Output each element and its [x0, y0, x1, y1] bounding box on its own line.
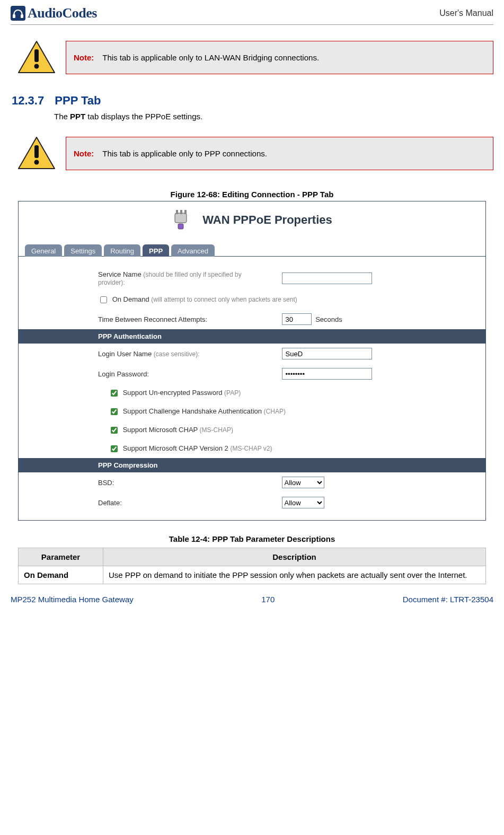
svg-rect-10: [178, 224, 183, 229]
table-caption: Table 12-4: PPP Tab Parameter Descriptio…: [11, 534, 493, 543]
login-user-label: Login User Name (case sensitive):: [19, 344, 276, 364]
param-name: On Demand: [19, 566, 103, 584]
svg-rect-9: [175, 213, 187, 223]
panel-title: WAN PPPoE Properties: [202, 213, 332, 227]
tab-advanced[interactable]: Advanced: [171, 244, 215, 257]
svg-rect-13: [184, 210, 187, 214]
section-heading: 12.3.7 PPP Tab: [12, 94, 493, 108]
table-header-param: Parameter: [19, 548, 103, 566]
note-block-1: Note: This tab is applicable only to LAN…: [17, 40, 493, 75]
svg-rect-2: [21, 14, 23, 18]
figure-caption: Figure 12-68: Editing Connection - PPP T…: [11, 190, 493, 199]
bsd-label: BSD:: [19, 472, 276, 493]
audiocodes-logo-icon: [11, 6, 25, 21]
svg-rect-4: [34, 49, 39, 62]
footer-left: MP252 Multimedia Home Gateway: [11, 595, 134, 604]
param-desc: Use PPP on demand to initiate the PPP se…: [103, 566, 486, 584]
chap-row: Support Challenge Handshake Authenticati…: [19, 402, 485, 421]
note-text: This tab is applicable only to PPP conne…: [102, 149, 267, 158]
tab-ppp[interactable]: PPP: [143, 244, 169, 257]
bsd-select[interactable]: Allow: [282, 477, 324, 488]
mschap-row: Support Microsoft CHAP (MS-CHAP): [19, 421, 485, 440]
footer-page-number: 170: [261, 595, 275, 604]
ethernet-plug-icon: [172, 208, 196, 232]
page-footer: MP252 Multimedia Home Gateway 170 Docume…: [0, 584, 504, 610]
svg-rect-7: [34, 145, 39, 158]
section-number: 12.3.7: [12, 94, 44, 107]
panel-title-row: WAN PPPoE Properties: [19, 201, 485, 244]
brand-logo: AudioCodes: [11, 5, 97, 21]
warning-icon: [17, 40, 56, 75]
footer-right: Document #: LTRT-23504: [403, 595, 493, 604]
on-demand-row: On Demand (will attempt to connect only …: [19, 291, 485, 309]
mschap2-checkbox[interactable]: [111, 445, 118, 452]
reconnect-unit: Seconds: [315, 315, 342, 323]
deflate-label: Deflate:: [19, 493, 276, 513]
login-user-input[interactable]: [282, 348, 372, 359]
tab-routing[interactable]: Routing: [104, 244, 140, 257]
svg-rect-12: [180, 210, 182, 214]
svg-rect-0: [11, 6, 25, 21]
ppp-auth-header: PPP Authentication: [19, 329, 485, 344]
on-demand-checkbox[interactable]: [100, 296, 107, 303]
chap-checkbox[interactable]: [111, 408, 118, 415]
note-block-2: Note: This tab is applicable only to PPP…: [17, 136, 493, 171]
svg-rect-11: [176, 210, 178, 214]
parameter-table: Parameter Description On Demand Use PPP …: [18, 548, 486, 584]
service-name-label: Service Name (should be filled only if s…: [19, 266, 276, 291]
note-text: This tab is applicable only to LAN-WAN B…: [102, 53, 319, 62]
svg-rect-1: [13, 14, 15, 18]
table-row: On Demand Use PPP on demand to initiate …: [19, 566, 486, 584]
pap-row: Support Un-encrypted Password (PAP): [19, 384, 485, 402]
login-pass-label: Login Password:: [19, 364, 276, 384]
svg-point-8: [34, 160, 39, 165]
service-name-input[interactable]: [282, 273, 372, 284]
note-box: Note: This tab is applicable only to LAN…: [66, 41, 493, 74]
deflate-select[interactable]: Allow: [282, 497, 324, 508]
note-label: Note:: [74, 149, 94, 158]
note-box: Note: This tab is applicable only to PPP…: [66, 137, 493, 170]
reconnect-label: Time Between Reconnect Attempts:: [19, 309, 276, 329]
table-header-desc: Description: [103, 548, 486, 566]
login-pass-input[interactable]: [282, 368, 372, 380]
section-title: PPP Tab: [55, 94, 101, 107]
mschap2-row: Support Microsoft CHAP Version 2 (MS-CHA…: [19, 440, 485, 458]
mschap-checkbox[interactable]: [111, 427, 118, 434]
tabs-row: General Settings Routing PPP Advanced: [19, 244, 485, 257]
tab-settings[interactable]: Settings: [64, 244, 102, 257]
warning-icon: [17, 136, 56, 171]
reconnect-input[interactable]: [282, 313, 312, 325]
note-label: Note:: [74, 53, 94, 62]
figure-container: WAN PPPoE Properties General Settings Ro…: [18, 201, 486, 521]
ppp-form: Service Name (should be filled only if s…: [19, 257, 485, 520]
section-intro: The PPT tab displays the PPPoE settings.: [54, 112, 493, 121]
pap-checkbox[interactable]: [111, 390, 118, 397]
page-header: AudioCodes User's Manual: [11, 5, 493, 25]
tab-general[interactable]: General: [25, 244, 62, 257]
brand-name: AudioCodes: [28, 5, 97, 21]
doc-type-label: User's Manual: [439, 8, 493, 18]
ppp-comp-header: PPP Compression: [19, 458, 485, 472]
svg-point-5: [34, 64, 39, 69]
